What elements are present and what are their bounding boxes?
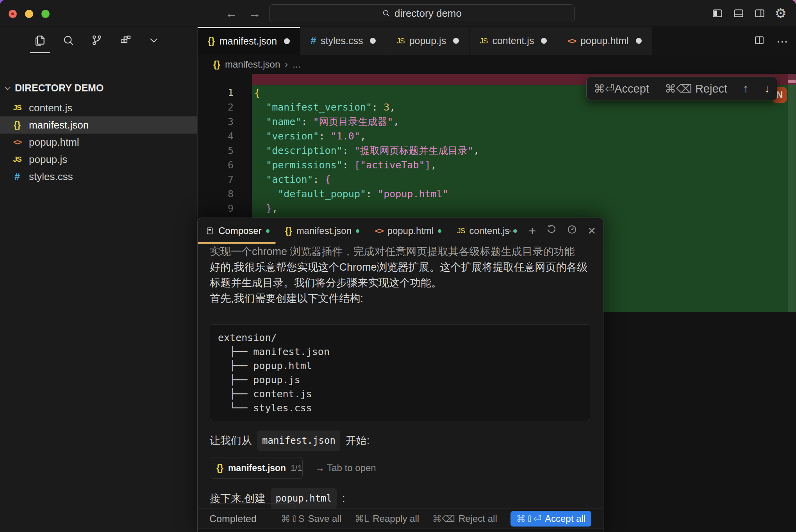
json-file-icon: {} <box>216 463 223 473</box>
history-back-icon[interactable]: ← <box>225 6 237 21</box>
explorer-root-header[interactable]: DIRECTORY DEMO <box>4 82 104 94</box>
composer-tab-popup.html[interactable]: <>popup.html <box>367 218 449 244</box>
accept-diff-button[interactable]: ⌘⏎Accept <box>594 82 649 95</box>
minimize-window-button[interactable] <box>25 10 33 18</box>
editor-tab-styles.css[interactable]: #styles.css <box>300 27 386 55</box>
composer-tab-label: content.js <box>469 225 510 236</box>
popup-file-card-partial[interactable] <box>210 503 296 509</box>
unsaved-dot-icon[interactable] <box>453 38 459 44</box>
command-search-input[interactable]: directory demo <box>269 4 575 22</box>
breadcrumb[interactable]: {} manifest.json › ... <box>198 55 796 74</box>
composer-gauge-icon[interactable] <box>567 224 577 237</box>
save-all-button[interactable]: ⌘⇧SSave all <box>281 513 341 524</box>
line-number: 7 <box>198 172 252 187</box>
reject-label: Reject <box>695 82 727 95</box>
unsaved-dot-icon[interactable] <box>284 38 290 44</box>
sidebar: DIRECTORY DEMO JScontent.js{}manifest.js… <box>0 27 198 532</box>
toggle-sidebar-icon[interactable] <box>712 7 723 19</box>
composer-more-icon[interactable]: ⋯ <box>509 225 519 237</box>
toggle-panel-icon[interactable] <box>733 7 744 19</box>
search-icon <box>382 9 391 18</box>
html-file-icon: <> <box>568 36 576 46</box>
file-pill-name: manifest.json <box>228 463 286 473</box>
root-folder-label: DIRECTORY DEMO <box>15 82 104 94</box>
extensions-icon[interactable] <box>118 32 132 48</box>
source-control-icon[interactable] <box>90 32 104 48</box>
accept-shortcut: ⌘⏎ <box>594 82 614 95</box>
previous-diff-arrow-icon[interactable]: ↑ <box>743 82 749 95</box>
unsaved-dot-icon[interactable] <box>541 38 547 44</box>
file-name: styles.css <box>29 171 73 183</box>
shortcut-keys: ⌘L <box>355 513 369 524</box>
composer-panel: Composer{}manifest.json<>popup.htmlJScon… <box>197 218 603 532</box>
composer-tab-label: popup.html <box>387 225 434 236</box>
json-file-icon: {} <box>213 59 220 70</box>
search-value: directory demo <box>394 7 462 20</box>
line-number: 6 <box>198 158 252 172</box>
code-line-4: "version": "1.0", <box>252 129 796 143</box>
js-file-icon: JS <box>480 37 487 45</box>
tab-to-open-hint: → Tab to open <box>315 462 376 473</box>
line-number: 3 <box>198 114 252 129</box>
close-window-button[interactable] <box>9 10 17 18</box>
reapply-all-button[interactable]: ⌘LReapply all <box>355 513 419 524</box>
line-number: 9 <box>198 201 252 216</box>
json-file-icon: {} <box>285 226 292 236</box>
shortcut-keys: ⌘⌫ <box>432 513 455 524</box>
breadcrumb-symbol: ... <box>293 59 300 70</box>
next-diff-arrow-icon[interactable]: ↓ <box>764 82 770 95</box>
accept-all-button[interactable]: ⌘⇧⏎Accept all <box>510 511 591 527</box>
code-line-6: "permissions": ["activeTab"], <box>252 158 796 172</box>
explorer-icon[interactable] <box>33 32 47 48</box>
tree-line: ├── content.js <box>218 387 590 401</box>
editor-tab-popup.html[interactable]: <>popup.html <box>557 27 652 55</box>
composer-bottom-strip <box>198 528 603 532</box>
views-chevron-down-icon[interactable] <box>147 32 161 48</box>
editor-more-actions-icon[interactable]: ⋯ <box>776 34 788 48</box>
search-panel-icon[interactable] <box>61 32 75 48</box>
composer-close-icon[interactable]: ✕ <box>587 225 596 237</box>
active-change-dot <box>438 229 441 233</box>
code-line-3: "name": "网页目录生成器", <box>252 114 796 129</box>
reject-diff-button[interactable]: ⌘⌫ Reject <box>665 82 727 95</box>
file-item-manifest.json[interactable]: {}manifest.json <box>0 116 197 134</box>
file-item-popup.html[interactable]: <>popup.html <box>0 134 197 151</box>
code-content[interactable]: { "manifest_version": 3, "name": "网页目录生成… <box>252 86 796 230</box>
action-label: Reject all <box>459 513 497 524</box>
file-item-styles.css[interactable]: #styles.css <box>0 168 197 185</box>
manifest-file-card[interactable]: {} manifest.json 1/1 <box>210 457 303 479</box>
editor-tab-manifest.json[interactable]: {}manifest.json <box>198 27 300 55</box>
reject-all-button[interactable]: ⌘⌫Reject all <box>432 513 497 524</box>
reject-shortcut: ⌘⌫ <box>665 82 692 95</box>
history-forward-icon[interactable]: → <box>248 6 261 21</box>
composer-tab-Composer[interactable]: Composer <box>198 218 277 244</box>
editor-tab-content.js[interactable]: JScontent.js <box>469 27 557 55</box>
code-line-9: }, <box>252 201 796 216</box>
composer-statusbar: Completed ⌘⇧SSave all⌘LReapply all⌘⌫Reje… <box>198 509 603 532</box>
tab-label: popup.js <box>409 35 446 46</box>
file-name: manifest.json <box>29 119 89 131</box>
file-name: popup.html <box>29 136 79 148</box>
composer-new-icon[interactable]: + <box>529 224 536 238</box>
maximize-window-button[interactable] <box>41 10 50 18</box>
diff-action-toolbar: ⌘⏎Accept ⌘⌫ Reject ↑ ↓ <box>586 77 777 100</box>
composer-history-icon[interactable] <box>546 224 557 237</box>
lets-start-line: 让我们从 manifest.json 开始: <box>210 430 590 451</box>
action-label: Accept all <box>545 513 585 524</box>
file-item-content.js[interactable]: JScontent.js <box>0 99 197 116</box>
toggle-secondary-sidebar-icon[interactable] <box>754 7 766 19</box>
line-number: 2 <box>198 100 252 114</box>
editor-tab-popup.js[interactable]: JSpopup.js <box>386 27 469 55</box>
file-item-popup.js[interactable]: JSpopup.js <box>0 151 197 168</box>
file-structure-code-block: extension/ ├── manifest.json ├── popup.h… <box>210 324 590 421</box>
editor-scrollbar[interactable] <box>788 74 796 312</box>
unsaved-dot-icon[interactable] <box>636 38 642 44</box>
file-explorer-list: JScontent.js{}manifest.json<>popup.htmlJ… <box>0 99 197 185</box>
composer-actions: ⌘⇧SSave all⌘LReapply all⌘⌫Reject all⌘⇧⏎A… <box>281 511 591 527</box>
tab-label: manifest.json <box>220 36 277 47</box>
settings-gear-icon[interactable]: ⚙ <box>775 7 787 20</box>
composer-tab-label: manifest.json <box>296 225 352 236</box>
composer-tab-manifest.json[interactable]: {}manifest.json <box>277 218 367 244</box>
split-editor-icon[interactable] <box>754 35 765 47</box>
unsaved-dot-icon[interactable] <box>370 38 376 44</box>
